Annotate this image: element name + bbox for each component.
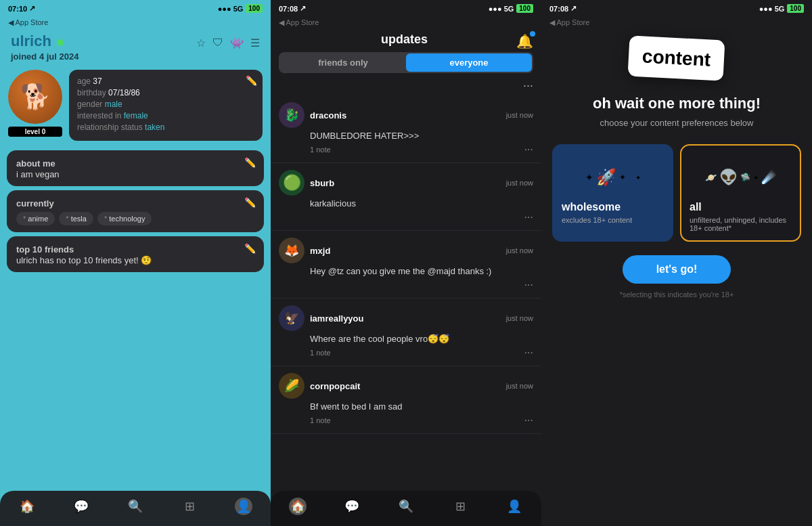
wholesome-title: wholesome: [562, 201, 664, 213]
dots-iamreallyyou[interactable]: ···: [524, 347, 533, 359]
nav-search-1[interactable]: 🔍: [127, 498, 144, 515]
dots-sburb[interactable]: ···: [524, 211, 533, 223]
status-bar-1: 07:10 ↗ ●●● 5G 100: [0, 0, 271, 17]
nav-grid-2[interactable]: ⊞: [451, 498, 469, 515]
nav-search-2[interactable]: 🔍: [397, 498, 415, 515]
star-icon[interactable]: ☆: [196, 37, 206, 49]
status-bar-2: 07:08 ↗ ●●● 5G 100: [271, 0, 541, 17]
birthday-value: 07/18/86: [108, 88, 140, 97]
profile-info-card: ✏️ age 37 birthday 07/18/86 gender male …: [69, 70, 263, 141]
nav-grid-1[interactable]: ⊞: [181, 498, 198, 515]
time-1: 07:10: [8, 5, 27, 13]
gender-row: gender male: [77, 100, 254, 109]
shield-icon[interactable]: 🛡: [212, 37, 223, 49]
bottom-nav-2: 🏠 💬 🔍 ⊞ 👤: [271, 491, 541, 526]
signal-1: ●●● 5G: [218, 5, 244, 13]
bell-badge: [530, 31, 535, 37]
online-indicator: [57, 39, 64, 46]
content-prefs-main: content oh wait one more thing! choose y…: [541, 27, 812, 309]
status-left-3: 07:08 ↗: [549, 4, 577, 13]
profile-section: 🐕 level 0 ✏️ age 37 birthday 07/18/86 ge…: [0, 64, 271, 146]
dots-mxjd[interactable]: ···: [524, 279, 533, 291]
star-4: ✦: [753, 174, 759, 181]
edit-profile-icon[interactable]: ✏️: [246, 75, 257, 86]
alien-icon-3: 👽: [719, 169, 738, 186]
battery-3: 100: [787, 4, 804, 13]
status-left-2: 07:08 ↗: [279, 4, 306, 13]
app-store-back-2[interactable]: ◀ App Store: [271, 17, 541, 27]
update-item-1: 🐉 draconis just now DUMBLEDORE HATER>>> …: [271, 95, 541, 163]
option-wholesome[interactable]: ✦ 🚀 ✦ ✦ wholesome excludes 18+ content: [552, 144, 673, 242]
nav-home-2[interactable]: 🏠: [289, 498, 307, 515]
edit-about-me-icon[interactable]: ✏️: [244, 157, 256, 168]
interested-row: interested in female: [77, 111, 254, 120]
prefs-subtext: choose your content preferences below: [600, 118, 754, 128]
gender-label: gender: [77, 100, 105, 109]
username-section: ulrich joined 4 jul 2024: [11, 32, 78, 62]
time-draconis: just now: [506, 111, 533, 119]
gender-value: male: [105, 100, 122, 109]
more-options[interactable]: ···: [271, 79, 541, 93]
updates-header: updates 🔔: [271, 27, 541, 52]
join-date: joined 4 jul 2024: [11, 51, 78, 62]
all-desc: unfiltered, unhinged, includes 18+ conte…: [690, 216, 792, 232]
panel-updates: 07:08 ↗ ●●● 5G 100 ◀ App Store updates 🔔…: [271, 0, 541, 526]
signal-3: ●●● 5G: [759, 5, 785, 13]
nav-home-1[interactable]: 🏠: [18, 498, 36, 515]
username: ulrich: [11, 32, 51, 49]
bell-icon[interactable]: 🔔: [516, 33, 533, 49]
about-me-card: about me ✏️ i am vegan: [7, 150, 264, 186]
panel-content-prefs: 07:08 ↗ ●●● 5G 100 ◀ App Store content o…: [541, 0, 812, 526]
content-mxjd: Hey @tz can you give me the @majd thanks…: [279, 266, 533, 276]
tag-anime: anime: [16, 212, 55, 225]
avatar-draconis: 🐉: [279, 102, 304, 128]
edit-currently-icon[interactable]: ✏️: [244, 197, 256, 208]
option-all[interactable]: 🪐 👽 🛸 ✦ ☄️ all unfiltered, unhinged, inc…: [680, 144, 801, 242]
status-left-1: 07:10 ↗: [8, 4, 35, 13]
nav-profile-1[interactable]: 👤: [235, 498, 252, 515]
alien-icon[interactable]: 👾: [230, 37, 244, 49]
dots-cornpopcait[interactable]: ···: [524, 414, 533, 426]
username-iamreallyyou: iamreallyyou: [310, 313, 501, 324]
username-cornpopcait: cornpopcait: [310, 381, 501, 391]
update-item-5: 🌽 cornpopcait just now Bf went to bed I …: [271, 366, 541, 434]
app-store-back-1[interactable]: ◀ App Store: [0, 17, 271, 27]
rocket-icon: 🚀: [596, 168, 616, 187]
birthday-label: birthday: [77, 88, 108, 97]
app-store-back-3[interactable]: ◀ App Store: [541, 17, 812, 27]
interested-value: female: [124, 111, 148, 120]
content-cornpopcait: Bf went to bed I am sad: [279, 401, 533, 412]
about-me-content: i am vegan: [16, 169, 254, 179]
panel-profile: 07:10 ↗ ●●● 5G 100 ◀ App Store ulrich jo…: [0, 0, 271, 526]
planet-icon: 🪐: [705, 172, 717, 183]
tab-everyone[interactable]: everyone: [406, 53, 532, 72]
arrow-3: ↗: [570, 4, 577, 13]
nav-profile-2[interactable]: 👤: [505, 498, 523, 515]
username-sburb: sburb: [310, 178, 501, 188]
update-item-3: 🦊 mxjd just now Hey @tz can you give me …: [271, 231, 541, 299]
nav-chat-1[interactable]: 💬: [72, 498, 90, 515]
time-2: 07:08: [279, 5, 298, 13]
dots-draconis[interactable]: ···: [524, 144, 533, 156]
avatar-wrap: 🐕 level 0: [8, 70, 62, 141]
lets-go-button[interactable]: let's go!: [623, 255, 731, 284]
star-3: ✦: [635, 174, 641, 181]
update-item-2: 🟢 sburb just now karkalicious ···: [271, 163, 541, 231]
avatar-iamreallyyou: 🦅: [279, 305, 304, 331]
interested-label: interested in: [77, 111, 124, 120]
tab-friends-only[interactable]: friends only: [280, 53, 406, 72]
arrow-1: ↗: [29, 4, 35, 13]
time-3: 07:08: [549, 5, 568, 13]
content-sburb: karkalicious: [279, 198, 533, 209]
nav-chat-2[interactable]: 💬: [343, 498, 361, 515]
username-mxjd: mxjd: [310, 246, 501, 256]
time-cornpopcait: just now: [506, 382, 533, 390]
top-friends-empty: ulrich has no top 10 friends yet! 🤨: [16, 255, 254, 265]
status-right-3: ●●● 5G 100: [759, 4, 804, 13]
edit-friends-icon[interactable]: ✏️: [244, 243, 256, 254]
tag-tesla: tesla: [59, 212, 93, 225]
header-icons: ☆ 🛡 👾 ☰: [196, 32, 260, 49]
relationship-value: taken: [145, 123, 164, 132]
top-friends-card: top 10 friends ✏️ ulrich has no top 10 f…: [7, 236, 264, 272]
menu-icon[interactable]: ☰: [250, 37, 260, 49]
